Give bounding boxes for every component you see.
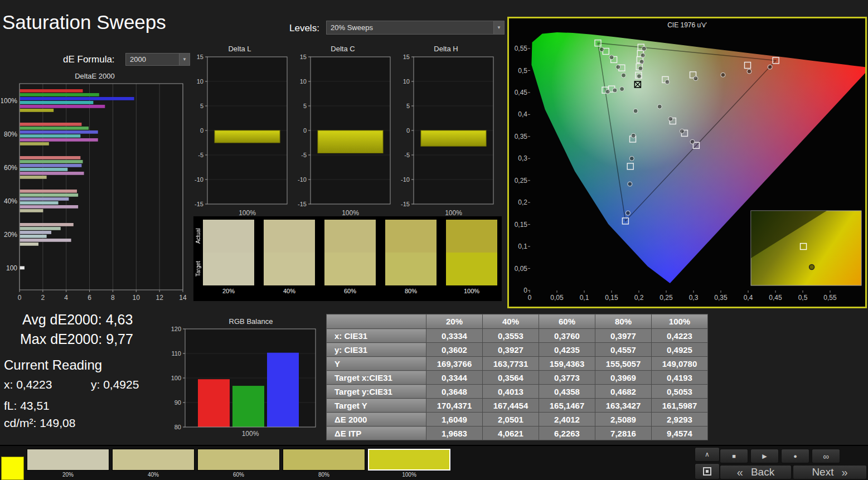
level-button-40%[interactable]: 40% xyxy=(112,449,195,478)
actual-swatch xyxy=(446,220,497,253)
svg-text:0,45: 0,45 xyxy=(769,294,782,302)
deltae-bar xyxy=(20,176,47,179)
reading-fl: fL: 43,51 xyxy=(4,399,50,413)
delta-c-chart-bar xyxy=(318,130,383,153)
levels-dropdown[interactable]: 20% Sweeps ▼ xyxy=(326,21,505,35)
table-cell: 149,0780 xyxy=(652,357,708,371)
level-label: 60% xyxy=(197,472,280,478)
table-cell: 0,3648 xyxy=(426,385,483,399)
play-button[interactable]: ▶ xyxy=(750,449,779,463)
play-icon: ▶ xyxy=(762,453,767,460)
cie-measured-point xyxy=(620,87,624,91)
cie-measured-point xyxy=(768,65,772,69)
deltae-bar xyxy=(20,164,82,167)
table-cell: 0,4223 xyxy=(652,329,708,343)
de-formula-dropdown[interactable]: 2000 ▼ xyxy=(125,53,190,66)
svg-text:5: 5 xyxy=(303,103,307,109)
next-label: Next xyxy=(812,466,833,478)
record-button[interactable]: ● xyxy=(781,449,809,463)
stop-button[interactable]: ■ xyxy=(720,449,748,463)
svg-text:60%: 60% xyxy=(4,164,17,172)
cie-measured-point xyxy=(622,73,626,77)
svg-text:0,5: 0,5 xyxy=(518,67,527,75)
svg-text:-10: -10 xyxy=(195,176,203,183)
svg-text:0,4: 0,4 xyxy=(744,294,753,302)
target-swatch xyxy=(446,253,497,285)
row-label: Target Y xyxy=(327,399,426,413)
level-button-60%[interactable]: 60% xyxy=(197,449,280,478)
de-formula-value: 2000 xyxy=(130,55,146,64)
table-cell: 167,4454 xyxy=(483,399,539,413)
svg-text:0,1: 0,1 xyxy=(518,243,527,250)
delta-h-chart-bar xyxy=(421,130,486,146)
delta-h-chart: 151050-5-10-15100% xyxy=(396,52,496,220)
table-cell: 0,3760 xyxy=(539,329,595,343)
back-button[interactable]: « Back xyxy=(720,465,792,479)
target-row-label: Target xyxy=(195,253,202,285)
level-label: 40% xyxy=(112,472,195,478)
table-cell: 4,0621 xyxy=(483,426,539,440)
level-button-80%[interactable]: 80% xyxy=(283,449,365,478)
table-cell: 165,1467 xyxy=(539,399,595,413)
cie-measured-point xyxy=(613,88,617,93)
svg-text:110: 110 xyxy=(171,350,181,357)
actual-swatch xyxy=(264,220,315,253)
column-header-100%: 100% xyxy=(652,314,708,329)
swatch-label: 100% xyxy=(446,288,497,294)
table-cell: 7,2816 xyxy=(595,426,652,440)
svg-text:0: 0 xyxy=(406,127,410,134)
table-row: x: CIE310,33340,35530,37600,39770,4223 xyxy=(327,329,708,343)
svg-text:15: 15 xyxy=(403,54,410,60)
delta-l-title: Delta L xyxy=(190,45,290,53)
level-button-20%[interactable]: 20% xyxy=(27,449,109,478)
table-cell: 0,3969 xyxy=(595,371,652,385)
table-row: Target x:CIE310,33440,35640,37730,39690,… xyxy=(327,371,708,385)
back-label: Back xyxy=(751,466,774,478)
column-header-20%: 20% xyxy=(426,314,483,329)
deltae-bar xyxy=(20,142,49,146)
chevron-right-icon: » xyxy=(841,466,847,479)
level-patch xyxy=(283,449,365,471)
svg-text:0,55: 0,55 xyxy=(823,294,837,302)
cie-measured-point xyxy=(625,211,630,215)
cie-chart-title: CIE 1976 u'v' xyxy=(509,21,865,29)
cie-measured-point xyxy=(639,60,644,64)
page-title: Saturation Sweeps xyxy=(2,11,166,33)
svg-text:-5: -5 xyxy=(301,152,307,158)
deltae-bar xyxy=(20,138,98,142)
deltae-bar xyxy=(20,266,25,270)
next-button[interactable]: Next » xyxy=(793,465,867,479)
deltae-bar xyxy=(20,205,79,209)
swatch-column: 40% xyxy=(264,220,315,294)
loop-button[interactable]: ∞ xyxy=(812,449,840,463)
delta-h-title: Delta H xyxy=(396,45,496,53)
svg-text:20%: 20% xyxy=(4,231,17,239)
chevron-down-icon: ▼ xyxy=(179,54,190,65)
row-label: ΔE 2000 xyxy=(327,413,426,426)
swatch-label: 60% xyxy=(324,288,376,294)
table-cell: 0,3773 xyxy=(539,371,595,385)
transport-buttons: ■▶●∞ xyxy=(720,446,868,464)
scroll-up-button[interactable]: ∧ xyxy=(695,447,720,462)
svg-text:100%: 100% xyxy=(342,209,359,217)
infinity-icon: ∞ xyxy=(823,452,829,461)
deltae-bar xyxy=(20,160,83,163)
row-label: Target x:CIE31 xyxy=(327,371,426,385)
svg-text:0: 0 xyxy=(528,294,532,302)
table-cell: 0,3564 xyxy=(483,371,539,385)
svg-text:-10: -10 xyxy=(401,176,410,183)
display-mode-button[interactable] xyxy=(695,463,720,479)
target-swatch xyxy=(324,253,376,285)
cie-measured-point xyxy=(747,69,751,74)
svg-text:0,15: 0,15 xyxy=(605,294,618,302)
deltae-bar xyxy=(20,134,81,138)
cie-measured-point xyxy=(599,47,604,52)
cie-measured-point xyxy=(609,55,614,60)
cie-measured-point xyxy=(629,156,634,161)
delta-c-title: Delta C xyxy=(293,45,393,53)
level-button-100%[interactable]: 100% xyxy=(368,449,450,478)
deltae-bar xyxy=(20,127,89,130)
svg-text:0,3: 0,3 xyxy=(518,154,527,162)
level-label: 100% xyxy=(368,472,450,478)
swatch-column: 80% xyxy=(385,220,437,294)
